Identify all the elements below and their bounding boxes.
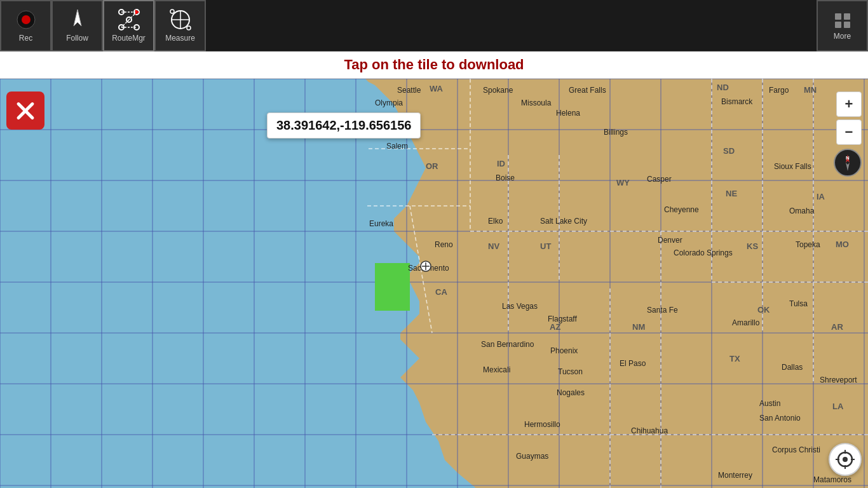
toolbar: Rec Follow RouteMgr Measure — [0, 0, 868, 51]
svg-point-140 — [843, 457, 848, 462]
zoom-out-button[interactable]: − — [836, 119, 862, 145]
rec-button[interactable]: Rec — [0, 0, 51, 51]
download-banner: Tap on the tile to download — [0, 51, 868, 79]
svg-marker-3 — [74, 10, 81, 26]
map-background — [0, 79, 868, 488]
zoom-out-label: − — [845, 124, 853, 140]
follow-button[interactable]: Follow — [51, 0, 103, 51]
more-button[interactable]: More — [817, 0, 868, 51]
svg-text:N: N — [846, 155, 850, 161]
svg-rect-20 — [844, 13, 850, 20]
svg-point-18 — [187, 26, 191, 30]
svg-point-2 — [22, 15, 31, 24]
map-container[interactable]: Seattle Spokane Great Falls ND Bismarck … — [0, 79, 868, 488]
svg-marker-137 — [846, 163, 850, 171]
svg-rect-19 — [835, 13, 841, 20]
svg-line-11 — [121, 20, 129, 27]
close-button[interactable] — [6, 92, 44, 130]
svg-rect-22 — [844, 22, 850, 28]
measure-label: Measure — [165, 34, 195, 43]
svg-rect-21 — [835, 22, 841, 28]
measure-button[interactable]: Measure — [154, 0, 206, 51]
more-label: More — [834, 32, 851, 41]
coordinate-popup: 38.391642,-119.656156 — [267, 112, 421, 139]
banner-text: Tap on the tile to download — [344, 57, 524, 72]
routemgr-label: RouteMgr — [112, 34, 146, 43]
compass: N — [834, 149, 862, 177]
zoom-controls: + − — [836, 92, 862, 145]
zoom-in-label: + — [845, 96, 853, 112]
zoom-in-button[interactable]: + — [836, 92, 862, 117]
svg-point-17 — [170, 10, 174, 13]
routemgr-button[interactable]: RouteMgr — [103, 0, 154, 51]
coordinate-text: 38.391642,-119.656156 — [276, 118, 411, 132]
rec-label: Rec — [19, 34, 32, 43]
location-button[interactable] — [829, 443, 862, 476]
follow-label: Follow — [66, 34, 88, 43]
